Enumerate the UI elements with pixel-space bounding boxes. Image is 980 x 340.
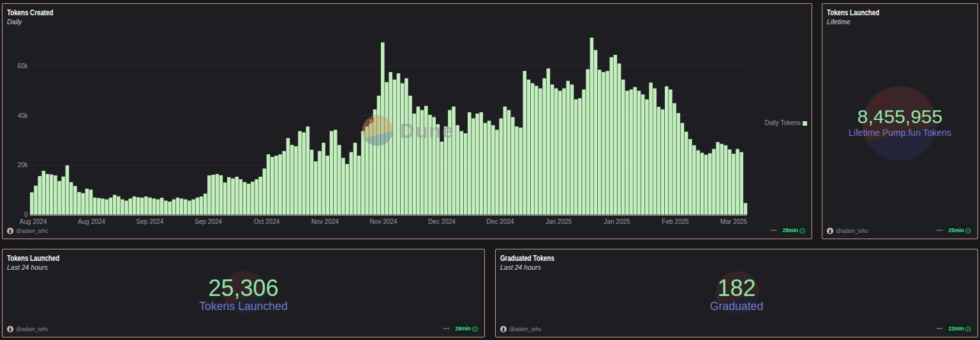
svg-text:60k: 60k <box>17 63 28 70</box>
svg-text:Daily Tokens: Daily Tokens <box>764 119 801 126</box>
svg-text:Nov 2024: Nov 2024 <box>370 218 397 225</box>
svg-text:Mar 2025: Mar 2025 <box>720 218 748 225</box>
svg-text:Aug 2024: Aug 2024 <box>20 218 47 225</box>
svg-text:Sep 2024: Sep 2024 <box>195 218 222 225</box>
svg-text:Dune: Dune <box>400 120 455 142</box>
svg-text:40k: 40k <box>17 112 28 119</box>
svg-text:Jan 2025: Jan 2025 <box>604 218 630 225</box>
svg-text:Feb 2025: Feb 2025 <box>662 218 689 225</box>
svg-text:20k: 20k <box>17 161 28 168</box>
svg-text:Oct 2024: Oct 2024 <box>254 218 280 225</box>
svg-text:Dec 2024: Dec 2024 <box>428 218 456 225</box>
svg-text:Sep 2024: Sep 2024 <box>137 218 164 225</box>
svg-text:Dec 2024: Dec 2024 <box>487 218 514 225</box>
svg-text:Jan 2025: Jan 2025 <box>546 218 572 225</box>
svg-text:Aug 2024: Aug 2024 <box>78 218 105 225</box>
svg-text:Nov 2024: Nov 2024 <box>311 218 339 225</box>
svg-text:0: 0 <box>24 211 28 218</box>
